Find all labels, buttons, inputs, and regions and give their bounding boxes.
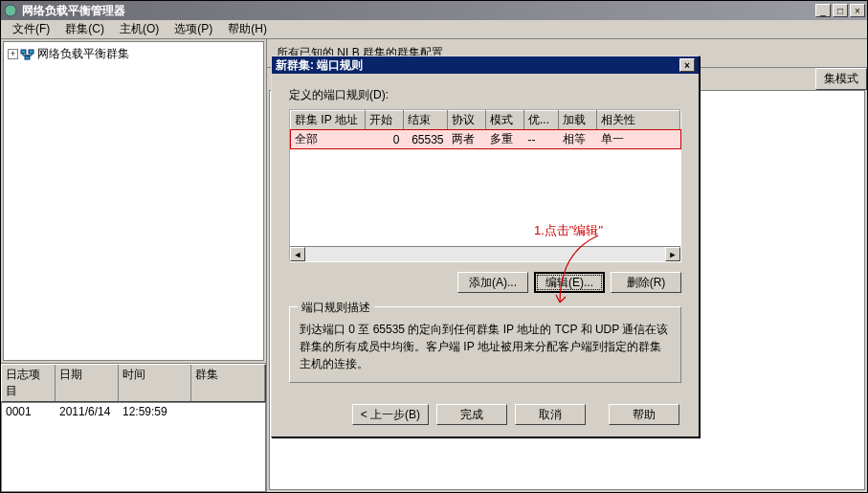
tree-root-label: 网络负载平衡群集: [37, 46, 129, 62]
left-pane: + 网络负载平衡群集 日志项目 日期 时间 群集 0001: [1, 39, 267, 492]
menu-help[interactable]: 帮助(H): [220, 19, 275, 39]
scroll-right-icon[interactable]: ►: [665, 247, 680, 261]
app-icon: [3, 3, 18, 18]
back-button[interactable]: < 上一步(B): [352, 404, 429, 425]
log-col-date[interactable]: 日期: [56, 365, 119, 401]
svg-rect-2: [29, 50, 33, 54]
rule-col-pri[interactable]: 优...: [524, 111, 559, 130]
log-cell-id: 0001: [2, 403, 56, 420]
rule-cell-proto: 两者: [448, 130, 486, 149]
expand-icon[interactable]: +: [8, 49, 18, 59]
dialog-title: 新群集: 端口规则: [276, 57, 363, 74]
wizard-buttons: < 上一步(B) 完成 取消 帮助: [289, 404, 681, 425]
rule-col-proto[interactable]: 协议: [448, 111, 486, 130]
horizontal-scrollbar[interactable]: ◄ ►: [290, 246, 680, 261]
rule-cell-end: 65535: [404, 130, 448, 149]
log-col-time[interactable]: 时间: [119, 365, 191, 401]
rule-col-aff[interactable]: 相关性: [597, 111, 680, 130]
rule-col-start[interactable]: 开始: [366, 111, 404, 130]
rule-row[interactable]: 全部 0 65535 两者 多重 -- 相等 单一: [291, 130, 680, 149]
rules-table: 群集 IP 地址 开始 结束 协议 模式 优... 加载 相关性 全部 0 65…: [290, 110, 680, 148]
rule-col-mode[interactable]: 模式: [486, 111, 524, 130]
svg-point-0: [5, 5, 16, 16]
scroll-track[interactable]: [305, 247, 665, 261]
maximize-button[interactable]: □: [833, 4, 848, 17]
list-col-mode-truncated[interactable]: 集模式: [815, 68, 867, 90]
rule-cell-aff: 单一: [597, 130, 680, 149]
svg-rect-1: [21, 50, 26, 54]
cancel-button[interactable]: 取消: [515, 404, 586, 425]
log-cell-time: 12:59:59: [119, 403, 191, 420]
dialog-titlebar: 新群集: 端口规则 ×: [272, 56, 699, 74]
menubar: 文件(F) 群集(C) 主机(O) 选项(P) 帮助(H): [1, 20, 867, 39]
rule-col-ip[interactable]: 群集 IP 地址: [291, 111, 366, 130]
close-button[interactable]: ×: [850, 4, 865, 17]
rule-cell-mode: 多重: [486, 130, 524, 149]
edit-button[interactable]: 编辑(E)...: [534, 272, 605, 293]
log-cell-cluster: [191, 403, 265, 420]
rule-description-text: 到达端口 0 至 65535 的定向到任何群集 IP 地址的 TCP 和 UDP…: [300, 321, 671, 372]
scroll-left-icon[interactable]: ◄: [290, 247, 305, 261]
window-title: 网络负载平衡管理器: [22, 3, 815, 19]
dialog-close-button[interactable]: ×: [679, 58, 695, 72]
add-button[interactable]: 添加(A)...: [457, 272, 528, 293]
rule-col-load[interactable]: 加载: [559, 111, 597, 130]
rule-cell-load: 相等: [559, 130, 597, 149]
finish-button[interactable]: 完成: [436, 404, 507, 425]
log-cell-date: 2011/6/14: [56, 403, 119, 420]
tree-view[interactable]: + 网络负载平衡群集: [3, 41, 264, 361]
port-rules-dialog: 新群集: 端口规则 × 定义的端口规则(D): 群集 IP 地址 开始 结束 协…: [271, 56, 700, 437]
rule-col-end[interactable]: 结束: [404, 111, 448, 130]
menu-host[interactable]: 主机(O): [112, 19, 167, 39]
tree-root-row[interactable]: + 网络负载平衡群集: [8, 46, 259, 62]
rule-buttons: 添加(A)... 编辑(E)... 删除(R): [289, 272, 681, 293]
dialog-body: 定义的端口规则(D): 群集 IP 地址 开始 结束 协议 模式 优... 加载…: [272, 74, 699, 437]
rule-description-group: 到达端口 0 至 65535 的定向到任何群集 IP 地址的 TCP 和 UDP…: [289, 306, 681, 383]
remove-button[interactable]: 删除(R): [611, 272, 681, 293]
rules-list[interactable]: 群集 IP 地址 开始 结束 协议 模式 优... 加载 相关性 全部 0 65…: [289, 109, 681, 262]
rules-label: 定义的端口规则(D):: [289, 87, 681, 103]
log-row[interactable]: 0001 2011/6/14 12:59:59: [2, 403, 265, 420]
main-titlebar: 网络负载平衡管理器 _ □ ×: [1, 1, 867, 20]
rule-cell-ip: 全部: [291, 130, 366, 149]
cluster-icon: [20, 48, 35, 61]
log-col-cluster[interactable]: 群集: [191, 365, 265, 401]
log-col-id[interactable]: 日志项目: [2, 365, 56, 401]
menu-options[interactable]: 选项(P): [167, 19, 220, 39]
log-header: 日志项目 日期 时间 群集: [1, 364, 266, 402]
minimize-button[interactable]: _: [815, 4, 831, 17]
rule-cell-start: 0: [366, 130, 404, 149]
log-body[interactable]: 0001 2011/6/14 12:59:59: [1, 402, 266, 492]
rule-cell-pri: --: [524, 130, 559, 149]
help-button[interactable]: 帮助: [609, 404, 679, 425]
menu-file[interactable]: 文件(F): [5, 19, 57, 39]
menu-cluster[interactable]: 群集(C): [57, 19, 112, 39]
window-controls: _ □ ×: [815, 4, 865, 17]
log-pane: 日志项目 日期 时间 群集 0001 2011/6/14 12:59:59: [1, 363, 266, 492]
